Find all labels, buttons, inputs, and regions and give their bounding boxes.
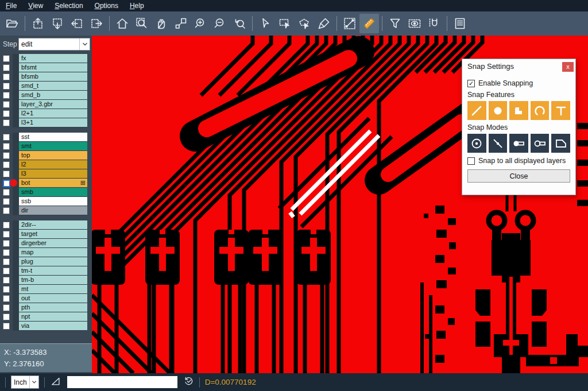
layer-row[interactable]: plug [0, 257, 92, 266]
layer-visibility-checkbox[interactable] [0, 91, 13, 100]
angle-corner-icon[interactable] [50, 375, 61, 389]
snap-slot-open-icon[interactable] [531, 134, 550, 153]
layer-row[interactable]: l2+1 [0, 109, 92, 118]
layer-visibility-checkbox[interactable] [0, 188, 13, 197]
zoom-object-icon[interactable] [171, 14, 191, 33]
report-panel-icon[interactable] [450, 14, 470, 33]
layer-name[interactable]: bfsmb [19, 72, 87, 82]
snap-pad-icon[interactable] [489, 101, 508, 120]
filter-icon[interactable] [385, 14, 405, 33]
open-file-icon[interactable] [2, 14, 22, 33]
layer-row[interactable]: mt [0, 285, 92, 294]
layer-name[interactable]: smd_b [19, 91, 87, 100]
layer-visibility-checkbox[interactable] [0, 72, 13, 82]
layer-name[interactable]: target [19, 230, 87, 239]
layer-visibility-checkbox[interactable] [0, 220, 13, 230]
layer-visibility-checkbox[interactable] [0, 206, 13, 215]
snap-arc-icon[interactable] [531, 101, 550, 120]
layer-row[interactable]: tm-t [0, 266, 92, 276]
layer-name[interactable]: sst [19, 133, 87, 142]
layer-row[interactable]: dirgerber [0, 239, 92, 248]
menu-file[interactable]: File [0, 0, 22, 11]
chevron-down-icon[interactable] [79, 38, 90, 50]
layer-row[interactable]: pth [0, 303, 92, 312]
snap-corner-icon[interactable] [551, 134, 570, 153]
layer-name[interactable]: bot⊞ [19, 179, 87, 188]
layer-row[interactable]: bfsmb [0, 72, 92, 82]
layer-name[interactable]: top [19, 151, 87, 160]
snap-line-icon[interactable] [467, 101, 486, 120]
enable-snapping-row[interactable]: ✓ Enable Snapping [467, 79, 570, 87]
menu-help[interactable]: Help [124, 0, 150, 11]
select-cursor-icon[interactable] [256, 14, 275, 33]
layer-row[interactable]: l3 [0, 169, 92, 179]
layer-row[interactable]: npt [0, 312, 92, 322]
layer-name[interactable]: via [19, 322, 87, 331]
layer-visibility-checkbox[interactable] [0, 118, 13, 127]
layer-row[interactable]: out [0, 294, 92, 303]
layer-visibility-checkbox[interactable] [0, 63, 13, 72]
select-rectangle-icon[interactable] [275, 14, 295, 33]
layer-name[interactable]: l2+1 [19, 109, 87, 118]
snap-line-point-icon[interactable] [489, 134, 508, 153]
snap-all-layers-checkbox[interactable] [467, 157, 475, 165]
measure-distance-icon[interactable] [340, 14, 359, 33]
pan-right-icon[interactable] [87, 14, 106, 33]
layer-row[interactable]: smd_b [0, 91, 92, 100]
snap-center-icon[interactable] [467, 134, 486, 153]
layer-visibility-checkbox[interactable] [0, 276, 13, 285]
layer-name[interactable]: npt [19, 312, 87, 322]
layer-visibility-checkbox[interactable] [0, 248, 13, 257]
pan-left-icon[interactable] [67, 14, 87, 33]
layer-visibility-checkbox[interactable] [0, 151, 13, 160]
layer-visibility-checkbox[interactable] [0, 312, 13, 322]
layer-visibility-checkbox[interactable] [0, 285, 13, 294]
layer-name[interactable]: plug [19, 257, 87, 266]
menu-view[interactable]: View [22, 0, 49, 11]
layer-name[interactable]: tm-t [19, 266, 87, 276]
layer-visibility-checkbox[interactable] [0, 257, 13, 266]
layer-name[interactable]: fx [19, 54, 87, 63]
layer-row[interactable]: dir [0, 206, 92, 215]
layer-name[interactable]: l3+1 [19, 118, 87, 127]
layer-visibility-checkbox[interactable] [0, 197, 13, 206]
layer-row[interactable]: smd_t [0, 82, 92, 91]
layer-row[interactable]: top [0, 151, 92, 160]
dialog-titlebar[interactable]: Snap Settings x [462, 59, 575, 73]
snap-magnet-icon[interactable] [424, 14, 444, 33]
zoom-window-icon[interactable] [132, 14, 152, 33]
pan-up-icon[interactable] [28, 14, 48, 33]
select-polygon-icon[interactable] [295, 14, 314, 33]
layer-row[interactable]: bfsmt [0, 63, 92, 72]
measure-ruler-icon[interactable] [359, 14, 379, 33]
layer-name[interactable]: l3 [19, 169, 87, 179]
command-input[interactable] [67, 376, 177, 388]
layer-name[interactable]: smd_t [19, 82, 87, 91]
unit-select[interactable]: Inch [11, 375, 39, 389]
layer-row[interactable]: l3+1 [0, 118, 92, 127]
layer-name[interactable]: map [19, 248, 87, 257]
layer-visibility-checkbox[interactable] [0, 322, 13, 331]
pan-hand-icon[interactable] [152, 14, 171, 33]
layer-visibility-checkbox[interactable] [0, 100, 13, 109]
pan-down-icon[interactable] [48, 14, 67, 33]
zoom-out-icon[interactable] [210, 14, 230, 33]
layer-name[interactable]: out [19, 294, 87, 303]
zoom-in-icon[interactable] [191, 14, 210, 33]
refresh-check-icon[interactable] [183, 375, 194, 389]
layer-row[interactable]: smt [0, 142, 92, 151]
layer-name[interactable]: 2dir-- [19, 220, 87, 230]
clean-brush-icon[interactable] [314, 14, 334, 33]
close-button[interactable]: Close [467, 169, 570, 183]
zoom-home-icon[interactable] [113, 14, 132, 33]
layer-visibility-checkbox[interactable] [0, 230, 13, 239]
snap-slot-filled-icon[interactable] [509, 134, 528, 153]
step-select[interactable]: edit [18, 38, 90, 51]
layer-name[interactable]: tm-b [19, 276, 87, 285]
layer-name[interactable]: smt [19, 142, 87, 151]
menu-selection[interactable]: Selection [49, 0, 88, 11]
enable-snapping-checkbox[interactable]: ✓ [467, 80, 475, 87]
layer-name[interactable]: bfsmt [19, 63, 87, 72]
layer-name[interactable]: dir [19, 206, 87, 215]
layer-name[interactable]: mt [19, 285, 87, 294]
